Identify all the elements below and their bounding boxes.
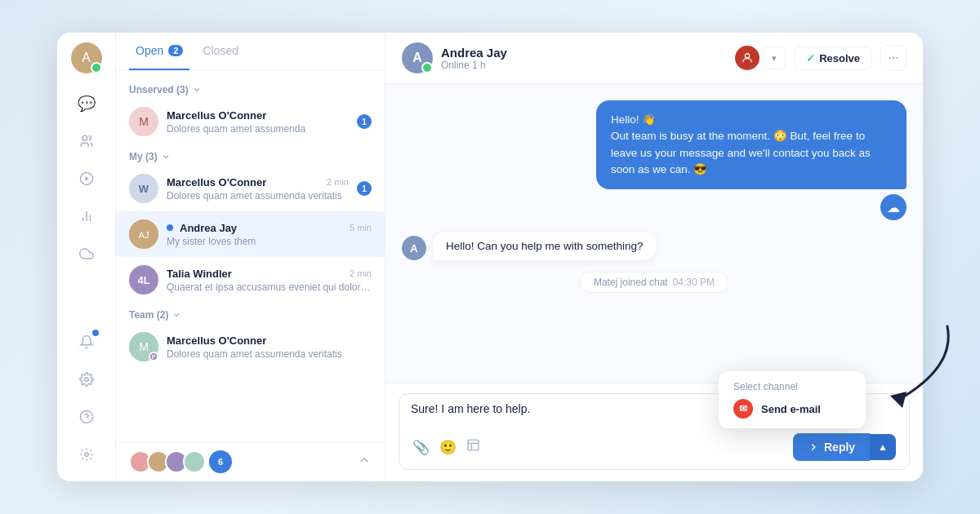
system-time: 04:30 PM [673,277,715,288]
conv-info-marcellus-team: Marcellus O'Conner Dolores quam amet ass… [167,335,372,360]
tab-open-label: Open [136,44,163,57]
stack-av-4 [183,450,206,473]
user-bubble-1: Hello! Can you help me with something? [433,232,657,260]
conv-preview-talia: Quaerat et ipsa accusamus eveniet qui do… [167,281,372,293]
conv-preview-andrea: My sister loves them [167,236,372,247]
conv-item-andrea-jay[interactable]: Andrea Jay 5 min My sister loves them [116,211,385,257]
bot-bubble-1: Hello! 👋 Out team is busy at the moment.… [596,100,906,189]
send-email-option[interactable]: ✉ Send e-mail [733,399,851,419]
reply-expand-button[interactable]: ▲ [870,434,896,460]
sidebar: A 💬 [57,33,116,481]
message-bot-1: Hello! 👋 Out team is busy at the moment.… [596,100,906,220]
conv-info-andrea-jay: Andrea Jay 5 min My sister loves them [167,222,372,247]
conversation-list: Unserved (3) Marcellus O'Conner Dolores … [116,71,385,441]
message-user-1: A Hello! Can you help me with something? [402,232,657,260]
contacts-icon[interactable] [71,126,102,157]
settings-icon[interactable] [71,364,102,395]
reply-button[interactable]: Reply [793,433,870,461]
open-count-badge: 2 [168,45,183,56]
bottom-avatars-bar: 6 [116,441,385,481]
conv-info-marcellus-unserved: Marcellus O'Conner Dolores quam amet ass… [167,109,349,135]
channel-dropdown: Select channel ✉ Send e-mail [719,371,866,428]
chat-icon[interactable]: 💬 [71,88,102,119]
agent-selector[interactable]: ▾ [735,46,786,70]
team-section-header[interactable]: Team (2) [116,303,385,324]
conv-name-andrea-jay: Andrea Jay 5 min [167,222,372,234]
unread-badge-marcellus-unserved: 1 [357,114,372,129]
conv-item-marcellus-my[interactable]: W Marcellus O'Conner 2 min Dolores quam … [116,166,385,211]
avatar-andrea-jay [129,219,158,249]
conv-time-marcellus-my: 2 min [327,177,349,187]
notification-badge [92,330,99,336]
chat-header: A Andrea Jay Online 1 h ▾ ✓ Resolve ··· [385,33,923,84]
conv-preview-marcellus-team: Dolores quam amet assumenda veritatis [167,348,372,360]
bot-avatar-icon: ☁ [880,194,906,220]
play-icon[interactable] [71,163,102,194]
chart-icon[interactable] [71,201,102,232]
send-email-label: Send e-mail [761,403,821,415]
avatar-talia: 4L [129,265,158,295]
chat-header-info: Andrea Jay Online 1 h [441,46,727,71]
bell-icon[interactable] [71,326,102,357]
svg-point-9 [84,453,88,457]
chat-panel: A Andrea Jay Online 1 h ▾ ✓ Resolve ··· [385,33,923,481]
reply-label: Reply [824,441,855,454]
agent-chevron[interactable]: ▾ [763,47,786,69]
avatar-count-badge: 6 [209,450,232,473]
collapse-button[interactable] [357,453,372,471]
input-toolbar: 📎 🙂 Reply ▲ [411,433,898,461]
svg-point-0 [82,135,87,140]
tab-open[interactable]: Open 2 [129,33,189,70]
help-icon[interactable] [71,401,102,432]
avatar-marcellus-my: W [129,174,158,203]
avatar-stack [129,450,206,473]
emoji-icon[interactable]: 🙂 [439,439,457,456]
chat-header-actions: ▾ ✓ Resolve ··· [735,45,906,71]
svg-marker-2 [85,176,89,181]
chat-contact-name: Andrea Jay [441,46,727,60]
chat-contact-avatar: A [402,42,433,73]
resolve-button[interactable]: ✓ Resolve [794,47,872,70]
online-dot-andrea [167,224,173,231]
conv-info-talia: Talia Windler 2 min Quaerat et ipsa accu… [167,268,372,293]
reply-button-group: Reply ▲ [793,433,896,461]
more-options-button[interactable]: ··· [880,45,906,71]
system-text: Matej joined chat [594,277,668,288]
unserved-label: Unserved (3) [129,84,189,95]
conv-preview-marcellus-unserved: Dolores quam amet assumenda [167,123,349,135]
unserved-section-header[interactable]: Unserved (3) [116,78,385,99]
channel-dropdown-label: Select channel [733,381,851,392]
conv-time-talia: 2 min [350,268,372,278]
avatar-marcellus-team: P [129,332,158,361]
user-avatar[interactable]: A [71,42,102,73]
conv-time-andrea: 5 min [350,223,372,233]
tab-closed-label: Closed [203,44,238,57]
my-section-header[interactable]: My (3) [116,144,385,166]
conv-item-talia[interactable]: 4L Talia Windler 2 min Quaerat et ipsa a… [116,257,385,303]
cog-badge-icon[interactable] [71,439,102,470]
conversations-panel: Open 2 Closed Unserved (3) Marcellus O'C… [116,33,385,481]
main-container: A 💬 Open [57,33,923,481]
tab-closed[interactable]: Closed [196,33,245,70]
messages-area: Hello! 👋 Out team is busy at the moment.… [385,84,923,383]
svg-point-6 [84,378,88,382]
avatar-marcellus-unserved [129,107,158,136]
check-icon: ✓ [806,52,815,64]
my-label: My (3) [129,151,158,162]
resolve-label: Resolve [819,52,860,64]
system-message-1: Matej joined chat 04:30 PM [580,272,728,293]
tabs: Open 2 Closed [116,33,385,71]
svg-rect-11 [468,440,479,450]
email-icon: ✉ [733,399,753,419]
cloud-icon[interactable] [71,238,102,269]
conv-item-marcellus-team[interactable]: P Marcellus O'Conner Dolores quam amet a… [116,324,385,370]
chat-contact-status: Online 1 h [441,60,727,71]
team-label: Team (2) [129,309,168,321]
user-msg-avatar: A [402,236,426,260]
input-area: Sure! I am here to help. 📎 🙂 Reply ▲ [385,383,923,481]
conv-item-marcellus-unserved[interactable]: Marcellus O'Conner Dolores quam amet ass… [116,99,385,144]
canned-response-icon[interactable] [466,438,480,456]
conv-name-talia: Talia Windler 2 min [167,268,372,280]
unread-badge-marcellus-my: 1 [357,181,372,196]
attachment-icon[interactable]: 📎 [412,439,430,456]
